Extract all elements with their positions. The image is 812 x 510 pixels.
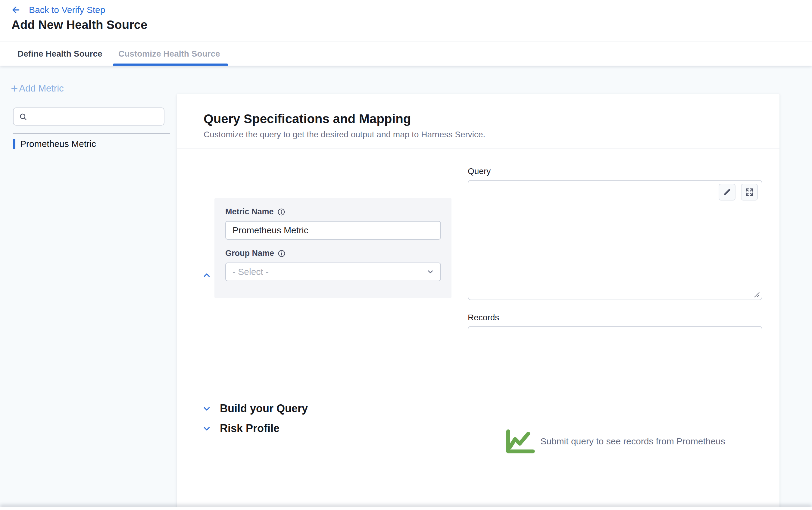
section-build-your-query[interactable]: Build your Query <box>203 402 308 415</box>
sidebar-divider <box>13 133 170 134</box>
pencil-icon <box>723 188 731 196</box>
add-metric-button[interactable]: + Add Metric <box>11 83 64 94</box>
tab-define-health-source[interactable]: Define Health Source <box>18 42 103 66</box>
info-icon[interactable] <box>278 208 285 216</box>
group-name-select[interactable]: - Select - <box>225 263 441 281</box>
records-empty-message: Submit query to see records from Prometh… <box>540 436 725 447</box>
chevron-down-icon <box>203 424 211 432</box>
section-title: Risk Profile <box>220 422 280 435</box>
arrow-left-icon <box>11 5 21 15</box>
active-tab-underline <box>113 63 228 66</box>
chevron-down-icon <box>427 268 434 276</box>
back-link-label: Back to Verify Step <box>29 5 105 15</box>
group-name-label: Group Name <box>225 249 286 258</box>
card-divider <box>177 148 780 148</box>
metric-name-input[interactable] <box>225 221 441 240</box>
plus-icon: + <box>11 84 18 93</box>
select-placeholder: - Select - <box>233 267 269 277</box>
expand-icon <box>745 188 754 196</box>
records-panel: Submit query to see records from Prometh… <box>468 326 762 510</box>
add-metric-label: Add Metric <box>19 83 63 94</box>
query-textarea[interactable] <box>468 180 762 300</box>
map-metric-form-panel: Metric Name Group Name - Select - <box>214 198 452 298</box>
metric-name-label: Metric Name <box>225 207 285 216</box>
page-title: Add New Health Source <box>11 18 147 32</box>
resize-handle[interactable] <box>753 291 760 298</box>
metric-search-box <box>13 108 165 125</box>
metric-search-input[interactable] <box>31 108 161 125</box>
records-empty-state: Submit query to see records from Prometh… <box>505 429 725 454</box>
section-risk-profile[interactable]: Risk Profile <box>203 422 280 435</box>
chevron-down-icon <box>203 404 211 413</box>
records-label: Records <box>468 313 499 323</box>
query-label: Query <box>468 167 491 176</box>
sidebar-item-prometheus-metric[interactable]: Prometheus Metric <box>13 139 96 149</box>
expand-query-button[interactable] <box>741 184 758 201</box>
edit-query-button[interactable] <box>719 184 735 201</box>
card-heading: Query Specifications and Mapping <box>204 112 411 126</box>
chevron-up-icon <box>203 271 211 279</box>
tab-customize-health-source[interactable]: Customize Health Source <box>118 42 220 66</box>
group-name-label-text: Group Name <box>225 249 274 258</box>
info-icon[interactable] <box>278 249 286 258</box>
footer-bar <box>0 507 812 510</box>
line-chart-icon <box>505 429 536 454</box>
metric-name-label-text: Metric Name <box>225 207 274 216</box>
tab-bar: Define Health Source Customize Health So… <box>0 42 812 66</box>
header-top-section: Back to Verify Step Add New Health Sourc… <box>0 0 812 42</box>
query-specifications-card: Query Specifications and Mapping Customi… <box>177 94 780 510</box>
selected-indicator-bar <box>13 139 16 149</box>
section-title: Build your Query <box>220 402 308 415</box>
page-header: Back to Verify Step Add New Health Sourc… <box>0 0 812 66</box>
back-to-verify-step-link[interactable]: Back to Verify Step <box>11 5 105 15</box>
card-subheading: Customize the query to get the desired o… <box>204 130 485 140</box>
metric-item-label: Prometheus Metric <box>20 139 96 149</box>
